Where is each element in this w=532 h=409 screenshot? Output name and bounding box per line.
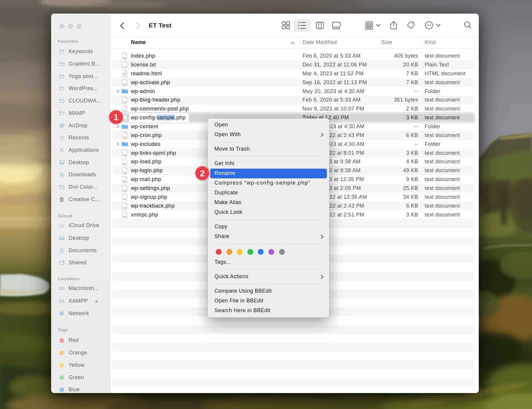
svg-text:PHP: PHP [123,101,126,103]
svg-text:PHP: PHP [123,198,126,200]
svg-text:PHP: PHP [123,216,126,218]
svg-text:PHP: PHP [123,154,126,156]
svg-text:PHP: PHP [123,110,126,112]
svg-text:PHP: PHP [123,163,126,164]
svg-text:PHP: PHP [123,137,126,138]
svg-text:TXT: TXT [124,66,126,68]
svg-text:PHP: PHP [123,190,126,191]
svg-text:PHP: PHP [123,84,126,85]
svg-text:PHP: PHP [123,119,126,120]
svg-text:PHP: PHP [123,181,126,182]
svg-text:PHP: PHP [123,172,126,173]
svg-text:PHP: PHP [123,57,126,59]
svg-text:PHP: PHP [123,207,126,209]
